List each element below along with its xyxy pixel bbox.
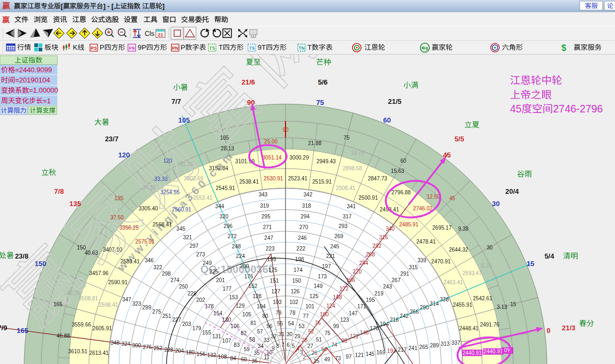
svg-text:3203.69: 3203.69 <box>184 176 204 181</box>
svg-text:57: 57 <box>257 329 264 335</box>
svg-text:4: 4 <box>296 346 299 352</box>
svg-text:270: 270 <box>299 224 309 230</box>
svg-text:244: 244 <box>359 260 369 266</box>
svg-text:30: 30 <box>287 331 293 337</box>
svg-text:2478.41: 2478.41 <box>416 239 436 245</box>
svg-text:193: 193 <box>387 348 396 354</box>
svg-text:2545.91: 2545.91 <box>216 185 236 191</box>
svg-text:177: 177 <box>222 286 231 292</box>
svg-text:2613.41: 2613.41 <box>89 350 109 356</box>
svg-text:75: 75 <box>316 98 324 107</box>
svg-text:135: 135 <box>69 200 81 208</box>
svg-text:49: 49 <box>324 357 331 362</box>
svg-text:319: 319 <box>260 203 269 209</box>
svg-text:73: 73 <box>335 355 341 361</box>
svg-text:2455.91: 2455.91 <box>453 302 472 308</box>
svg-text:20/4: 20/4 <box>505 187 519 195</box>
svg-text:129: 129 <box>236 303 245 309</box>
svg-text:P: P <box>181 43 185 51</box>
svg-text:2796.88: 2796.88 <box>392 189 411 195</box>
svg-text:2560.91: 2560.91 <box>172 207 192 213</box>
svg-text:275: 275 <box>152 309 161 315</box>
svg-text:35: 35 <box>254 350 260 356</box>
svg-text:11: 11 <box>264 354 270 360</box>
svg-text:82: 82 <box>241 330 247 336</box>
svg-text:315: 315 <box>409 264 418 270</box>
svg-text:2508.41: 2508.41 <box>336 185 356 191</box>
svg-text:165: 165 <box>17 327 28 335</box>
svg-text:337: 337 <box>452 340 461 346</box>
svg-text:132: 132 <box>207 352 216 358</box>
svg-text:43.75: 43.75 <box>66 290 80 296</box>
svg-text:292: 292 <box>372 243 381 249</box>
svg-text:90: 90 <box>282 127 289 133</box>
svg-text:341: 341 <box>347 203 356 209</box>
svg-text:165: 165 <box>54 301 63 307</box>
svg-text:343: 343 <box>259 192 268 198</box>
svg-text:344: 344 <box>215 203 224 209</box>
svg-text:197: 197 <box>322 263 331 269</box>
svg-text:46.88: 46.88 <box>57 333 70 339</box>
svg-text:271: 271 <box>263 224 272 230</box>
svg-text:243: 243 <box>383 284 392 290</box>
svg-text:2523.41: 2523.41 <box>288 176 308 181</box>
svg-text:228: 228 <box>164 347 174 353</box>
svg-text:105: 105 <box>178 116 190 124</box>
svg-text:313: 313 <box>441 341 450 347</box>
svg-text:225: 225 <box>209 269 219 275</box>
svg-text:101: 101 <box>305 304 314 309</box>
svg-text:241: 241 <box>409 345 418 351</box>
svg-text:3254.55: 3254.55 <box>160 189 180 195</box>
svg-text:78: 78 <box>289 310 296 316</box>
svg-text:299: 299 <box>142 305 152 310</box>
svg-text:12.50: 12.50 <box>426 194 440 200</box>
svg-text:60: 60 <box>400 158 407 164</box>
svg-text:102: 102 <box>289 299 298 305</box>
svg-text:2491.76: 2491.76 <box>480 322 500 328</box>
svg-text:21/3: 21/3 <box>562 324 575 332</box>
svg-text:339: 339 <box>417 257 426 263</box>
svg-text:252: 252 <box>154 345 163 351</box>
svg-text:2605.91: 2605.91 <box>93 325 112 331</box>
svg-text:297: 297 <box>190 243 199 249</box>
svg-text:45: 45 <box>443 151 451 159</box>
svg-text:3356.25: 3356.25 <box>119 225 139 231</box>
svg-text:2463.41: 2463.41 <box>444 279 463 285</box>
svg-text:169: 169 <box>377 350 386 355</box>
svg-text:PN: PN <box>172 46 178 51</box>
svg-text:2448.41: 2448.41 <box>459 325 479 331</box>
svg-text:]: ] <box>162 3 164 10</box>
svg-text:107: 107 <box>222 338 231 344</box>
svg-text:6: 6 <box>287 342 290 348</box>
svg-text:2530.91: 2530.91 <box>264 176 283 181</box>
svg-text:123: 123 <box>340 317 349 323</box>
svg-text:0: 0 <box>546 327 550 335</box>
svg-text:PS: PS <box>91 46 97 51</box>
svg-text:146: 146 <box>360 330 369 336</box>
svg-text:5/5: 5/5 <box>454 135 464 143</box>
svg-text:173: 173 <box>318 274 327 279</box>
svg-text:TS: TS <box>209 46 215 51</box>
svg-text:15.63: 15.63 <box>391 168 404 174</box>
svg-text:32: 32 <box>271 333 277 339</box>
svg-text:83: 83 <box>234 342 240 348</box>
svg-text:221: 221 <box>326 253 335 259</box>
svg-text:3000.29: 3000.29 <box>289 155 309 161</box>
svg-text:33.33: 33.33 <box>154 176 168 182</box>
svg-text:155: 155 <box>202 330 212 336</box>
svg-text:203: 203 <box>182 321 191 327</box>
svg-text:195: 195 <box>366 297 375 303</box>
svg-text:3457.96: 3457.96 <box>89 270 109 276</box>
svg-text:3.13: 3.13 <box>497 304 507 310</box>
svg-text:135: 135 <box>115 195 124 201</box>
svg-text:2575.91: 2575.91 <box>136 239 155 245</box>
svg-text:151: 151 <box>270 278 279 284</box>
svg-text:276: 276 <box>143 344 152 350</box>
svg-text:33: 33 <box>264 337 270 343</box>
svg-text:199: 199 <box>267 256 276 262</box>
svg-text:52: 52 <box>308 329 314 335</box>
svg-text:172: 172 <box>340 286 349 292</box>
svg-text:267: 267 <box>392 277 401 283</box>
svg-text:T9: T9 <box>249 46 254 51</box>
svg-text:204: 204 <box>175 348 184 354</box>
